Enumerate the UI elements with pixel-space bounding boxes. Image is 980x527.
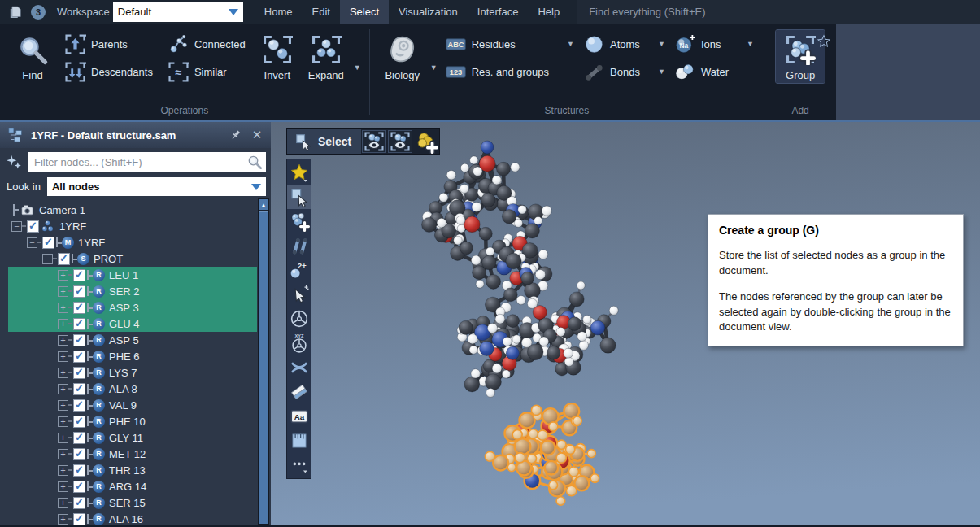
tree-row-asp-3[interactable]: +✓RASP 3 (8, 299, 257, 316)
tree-row-met-12[interactable]: +✓RMET 12 (8, 446, 257, 462)
collapse-icon[interactable]: − (27, 237, 37, 248)
expand-icon[interactable]: + (58, 368, 68, 378)
label-tool-button[interactable]: Aa (287, 404, 311, 429)
expand-icon[interactable]: + (58, 270, 68, 281)
favorites-star-button[interactable] (287, 160, 311, 185)
tree-row-camera-1[interactable]: Camera 1 (8, 202, 257, 218)
visibility-checkbox[interactable]: ✓ (73, 334, 85, 346)
expand-icon[interactable]: + (58, 384, 68, 394)
invert-button[interactable]: Invert (253, 30, 302, 83)
descendants-button[interactable]: Descendants (61, 58, 156, 85)
visibility-checkbox[interactable]: ✓ (73, 497, 85, 509)
pin-icon[interactable] (229, 128, 243, 142)
visibility-checkbox[interactable]: ✓ (73, 269, 85, 281)
chevron-down-icon[interactable]: ▼ (567, 40, 574, 48)
tree-row-leu-1[interactable]: +✓RLEU 1 (8, 267, 257, 283)
visibility-checkbox[interactable]: ✓ (42, 237, 54, 249)
tree-row-ala-16[interactable]: +✓RALA 16 (8, 511, 257, 525)
tree-row-arg-14[interactable]: +✓RARG 14 (8, 478, 257, 494)
collapse-icon[interactable]: − (42, 254, 53, 264)
residues-button[interactable]: ABC Residues (442, 30, 552, 58)
chevron-down-icon[interactable]: ▼ (747, 40, 754, 48)
scroll-up-button[interactable]: ▲ (259, 199, 268, 211)
eraser-tool-button[interactable] (287, 380, 311, 404)
twist-tool-button[interactable] (287, 355, 311, 380)
expand-icon[interactable]: + (58, 286, 68, 297)
expand-icon[interactable]: + (58, 433, 68, 443)
favorite-star-icon[interactable] (817, 34, 831, 49)
visibility-checkbox[interactable]: ✓ (73, 448, 85, 460)
save-selection-preset-button[interactable] (362, 130, 386, 153)
tree-row-prot[interactable]: −✓SPROT (8, 250, 257, 267)
rotate-dial-button[interactable] (287, 307, 311, 331)
expand-icon[interactable]: + (58, 498, 68, 508)
visibility-checkbox[interactable]: ✓ (73, 416, 85, 428)
res-and-groups-button[interactable]: 123 Res. and groups (442, 58, 552, 85)
tree-row-asp-5[interactable]: +✓RASP 5 (8, 332, 257, 348)
tree-row-phe-6[interactable]: +✓RPHE 6 (8, 348, 257, 364)
visibility-checkbox[interactable]: ✓ (73, 481, 85, 493)
expand-icon[interactable]: + (58, 319, 68, 329)
tree-row-ser-15[interactable]: +✓RSER 15 (8, 494, 257, 511)
xyz-dial-button[interactable]: XYZ (287, 331, 311, 355)
expand-icon[interactable]: + (58, 400, 68, 411)
collapse-icon[interactable]: − (11, 221, 22, 232)
search-icon[interactable] (246, 154, 264, 171)
expand-button[interactable]: Expand (302, 30, 351, 83)
add-to-selection-button[interactable] (414, 130, 438, 153)
tree-row-ser-2[interactable]: +✓RSER 2 (8, 283, 257, 299)
select-tool-button[interactable] (287, 185, 311, 209)
menu-visualization[interactable]: Visualization (389, 0, 468, 24)
tree-row-ala-8[interactable]: +✓RALA 8 (8, 381, 257, 397)
visibility-checkbox[interactable]: ✓ (73, 513, 85, 525)
magic-filter-icon[interactable] (5, 154, 23, 172)
similar-button[interactable]: ≈ Similar (164, 58, 249, 85)
chevron-down-icon[interactable]: ▼ (430, 63, 438, 72)
add-fragment-button[interactable] (287, 209, 311, 233)
move-tool-button[interactable] (287, 282, 311, 307)
charge-tool-button[interactable]: 2+ (287, 258, 311, 282)
documents-icon[interactable] (7, 3, 24, 21)
tree-row-1yrf[interactable]: −✓M1YRF (8, 234, 257, 250)
ions-button[interactable]: Na Ions (671, 30, 732, 58)
lookin-dropdown[interactable]: All nodes (47, 177, 266, 196)
expand-icon[interactable]: + (58, 416, 68, 427)
connected-button[interactable]: Connected (164, 30, 249, 58)
visibility-checkbox[interactable]: ✓ (73, 351, 85, 363)
expand-icon[interactable]: + (58, 481, 68, 492)
tree-row-1yrf[interactable]: −✓1YRF (8, 218, 257, 234)
restore-selection-preset-button[interactable] (388, 130, 412, 153)
visibility-checkbox[interactable]: ✓ (73, 464, 85, 477)
chevron-down-icon[interactable]: ▼ (354, 63, 361, 72)
find-button[interactable]: Find (8, 30, 57, 83)
menu-edit[interactable]: Edit (302, 0, 339, 24)
tree-row-thr-13[interactable]: +✓RTHR 13 (8, 462, 257, 478)
visibility-checkbox[interactable]: ✓ (73, 285, 85, 298)
bond-pair-button[interactable] (287, 233, 311, 258)
tree-row-lys-7[interactable]: +✓RLYS 7 (8, 364, 257, 381)
atoms-button[interactable]: Atoms (580, 30, 643, 58)
visibility-checkbox[interactable]: ✓ (58, 253, 70, 265)
ruler-tool-button[interactable] (287, 429, 311, 453)
water-button[interactable]: Water (671, 58, 732, 85)
visibility-checkbox[interactable]: ✓ (73, 432, 85, 444)
tree-row-val-9[interactable]: +✓RVAL 9 (8, 397, 257, 413)
tree-row-gly-11[interactable]: +✓RGLY 11 (8, 429, 257, 446)
biology-button[interactable]: Biology (378, 30, 427, 83)
workspace-dropdown[interactable]: Default (113, 2, 243, 22)
global-search-input[interactable] (577, 0, 980, 24)
bonds-button[interactable]: Bonds (580, 58, 643, 85)
expand-icon[interactable]: + (58, 335, 68, 346)
tree-scrollbar[interactable]: ▲ (258, 198, 269, 525)
chevron-down-icon[interactable]: ▼ (658, 68, 665, 76)
scrollbar-thumb[interactable] (259, 211, 268, 524)
visibility-checkbox[interactable]: ✓ (73, 383, 85, 395)
more-tools-button[interactable] (287, 453, 311, 477)
menu-help[interactable]: Help (528, 0, 569, 24)
chevron-down-icon[interactable]: ▼ (658, 40, 665, 48)
document-panel-titlebar[interactable]: 1YRF - Default structure.sam ✕ (0, 122, 271, 148)
expand-icon[interactable]: + (58, 303, 68, 313)
tree-row-glu-4[interactable]: +✓RGLU 4 (8, 316, 257, 332)
visibility-checkbox[interactable]: ✓ (73, 399, 85, 412)
menu-interface[interactable]: Interface (468, 0, 529, 24)
